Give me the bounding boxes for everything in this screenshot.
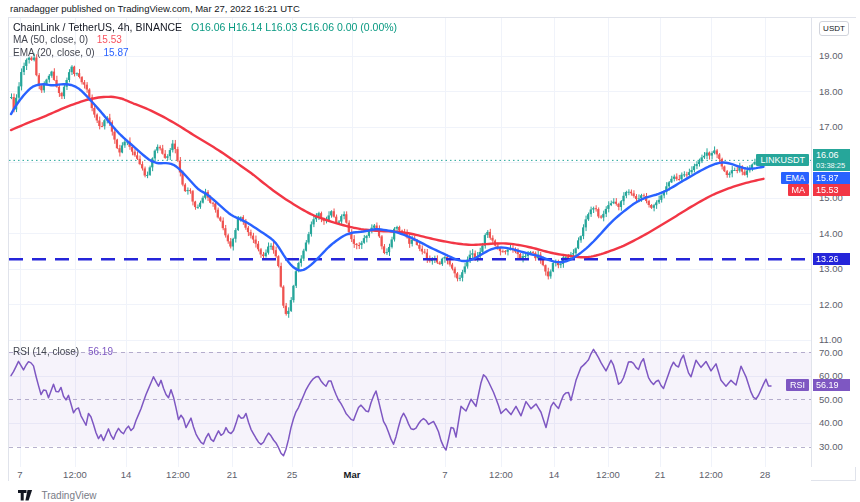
time-axis-label: 7 xyxy=(423,469,467,480)
time-axis-label: 12:00 xyxy=(586,469,630,480)
price-axis-label: 17.00 xyxy=(819,121,843,132)
published-chart-page: ranadagger published on TradingView.com,… xyxy=(0,0,860,502)
ohlc-high: H16.14 xyxy=(228,21,262,33)
time-axis-label: 21 xyxy=(210,469,254,480)
level-line-badge: 13.26 xyxy=(813,253,850,265)
main-chart-canvas[interactable] xyxy=(9,18,811,467)
ema-value: 15.87 xyxy=(103,47,128,58)
ma-label: MA (50, close, 0) xyxy=(13,34,88,45)
ohlc-open: O16.06 xyxy=(191,21,225,33)
rsi-name-badge: RSI xyxy=(786,379,809,391)
time-axis-label: 14 xyxy=(104,469,148,480)
symbol-name-badge: LINKUSDT xyxy=(756,154,809,166)
rsi-value-badge: 56.19 xyxy=(813,379,850,391)
last-price: 16.06 xyxy=(816,149,847,161)
price-axis-label: 19.00 xyxy=(819,50,843,61)
rsi-label: RSI (14, close) xyxy=(13,346,79,357)
time-axis-label: Mar xyxy=(330,469,374,480)
ma-value-badge: 15.53 xyxy=(813,184,850,196)
time-axis-label: 12:00 xyxy=(479,469,523,480)
currency-unit-button[interactable]: USDT xyxy=(819,21,849,36)
price-axis[interactable]: USDT 19.0018.0017.0015.0014.0013.0012.00… xyxy=(811,18,857,467)
chart-widget: ChainLink / TetherUS, 4h, BINANCE O16.06… xyxy=(8,17,856,481)
symbol-legend-row[interactable]: ChainLink / TetherUS, 4h, BINANCE O16.06… xyxy=(13,21,397,33)
time-axis-label: 12:00 xyxy=(53,469,97,480)
ema-label: EMA (20, close, 0) xyxy=(13,47,95,58)
ma-value: 15.53 xyxy=(97,34,122,45)
ema-name-badge: EMA xyxy=(781,172,809,184)
time-axis-label: 7 xyxy=(0,469,42,480)
tradingview-logo-text: TradingView xyxy=(41,490,96,501)
rsi-value: 56.19 xyxy=(88,346,113,357)
price-axis-label: 50.00 xyxy=(819,394,843,405)
time-axis-label: 12:00 xyxy=(689,469,733,480)
time-axis[interactable]: 712:001412:002125Mar712:001412:002112:00… xyxy=(9,467,811,482)
ema-legend-row[interactable]: EMA (20, close, 0) 15.87 xyxy=(13,47,397,59)
symbol-title: ChainLink / TetherUS, 4h, BINANCE xyxy=(13,21,182,33)
attribution-text: ranadagger published on TradingView.com,… xyxy=(10,3,300,14)
chart-legend: ChainLink / TetherUS, 4h, BINANCE O16.06… xyxy=(13,21,397,60)
time-axis-label: 21 xyxy=(638,469,682,480)
bar-countdown: 03:38:25 xyxy=(816,161,847,170)
ohlc-low: L16.03 xyxy=(265,21,297,33)
price-axis-label: 18.00 xyxy=(819,86,843,97)
time-axis-label: 12:00 xyxy=(156,469,200,480)
tradingview-icon xyxy=(18,490,33,501)
ohlc-change: 0.00 (0.00%) xyxy=(337,21,397,33)
ma-legend-row[interactable]: MA (50, close, 0) 15.53 xyxy=(13,34,397,46)
time-axis-label: 14 xyxy=(532,469,576,480)
ma-name-badge: MA xyxy=(788,184,810,196)
ohlc-close: C16.06 xyxy=(300,21,334,33)
price-axis-label: 70.00 xyxy=(819,347,843,358)
price-axis-label: 30.00 xyxy=(819,441,843,452)
last-price-badge: 16.06 03:38:25 xyxy=(813,149,850,171)
rsi-legend[interactable]: RSI (14, close) 56.19 xyxy=(13,346,113,359)
tradingview-logo-link[interactable]: TradingView xyxy=(18,486,96,498)
ema-value-badge: 15.87 xyxy=(813,172,850,184)
time-axis-label: 25 xyxy=(270,469,314,480)
time-axis-label: 28 xyxy=(743,469,787,480)
price-axis-label: 40.00 xyxy=(819,417,843,428)
price-axis-label: 12.00 xyxy=(819,299,843,310)
price-axis-label: 14.00 xyxy=(819,228,843,239)
price-axis-label: 11.00 xyxy=(819,334,842,345)
